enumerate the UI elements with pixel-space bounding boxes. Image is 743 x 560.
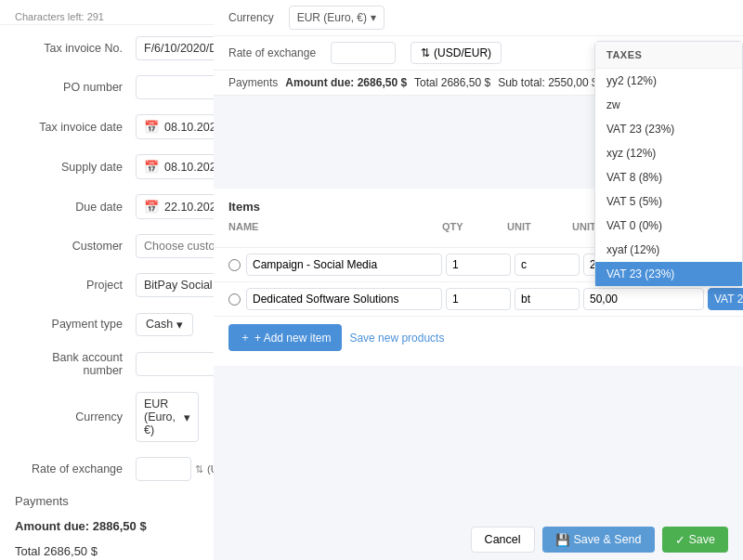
rate-row: Rate of exchange ⇅ (USD/EUR) <box>0 449 214 488</box>
add-item-button[interactable]: ＋ + Add new item <box>228 324 342 351</box>
chevron-down-icon: ▾ <box>176 318 183 332</box>
item-radio-2[interactable] <box>228 293 241 306</box>
project-label: Project <box>15 279 136 292</box>
unit-2[interactable] <box>515 288 580 310</box>
currency-select[interactable]: EUR (Euro, €) ▾ <box>136 392 199 442</box>
item-name-2[interactable] <box>246 288 442 310</box>
taxes-dropdown: TAXES yy2 (12%) zw VAT 23 (23%) xyz (12%… <box>594 41 743 287</box>
unit-1[interactable] <box>515 254 580 276</box>
bottom-actions: Cancel 💾 Save & Send ✓ Save <box>214 519 743 560</box>
payment-type-value: Cash <box>146 318 173 331</box>
payment-type-select[interactable]: Cash ▾ <box>136 313 193 336</box>
save-button[interactable]: ✓ Save <box>662 527 729 553</box>
item-name-1[interactable] <box>246 254 442 276</box>
save-icon: 💾 <box>555 533 570 547</box>
tax-date-row: Tax invoice date 📅 08.10.2020 <box>0 107 214 147</box>
usd-eur-icon: ⇅ <box>195 463 203 475</box>
tax-item-vat23-1[interactable]: VAT 23 (23%) <box>595 117 742 141</box>
payment-type-row: Payment type Cash ▾ <box>0 305 214 344</box>
qty-cell-2 <box>446 288 511 310</box>
currency-bar-label: Currency <box>228 11 274 24</box>
calendar-icon-2: 📅 <box>144 160 159 174</box>
cancel-button[interactable]: Cancel <box>471 527 535 553</box>
payments-bar-label: Payments <box>228 76 278 89</box>
actions-row: ＋ + Add new item Save new products <box>214 317 743 358</box>
customer-label: Customer <box>15 240 136 253</box>
amount-due-bar: Amount due: 2686,50 $ <box>285 76 407 89</box>
customer-row: Customer <box>0 227 214 266</box>
save-send-button[interactable]: 💾 Save & Send <box>542 527 655 553</box>
rate-bar-input[interactable] <box>331 42 396 64</box>
item-name-cell-1 <box>228 254 442 276</box>
chevron-down-icon-2: ▾ <box>184 410 190 424</box>
col-qty: QTY <box>442 221 507 243</box>
rate-bar-label: Rate of exchange <box>228 46 316 59</box>
tax-item-vat0[interactable]: VAT 0 (0%) <box>595 214 742 238</box>
sub-total-bar: Sub total: 2550,00 $ <box>498 76 597 89</box>
amount-due: Amount due: 2886,50 $ <box>15 519 147 533</box>
payments-summary: Payments Amount due: 2886,50 $ Total 268… <box>15 494 199 560</box>
tax-item-xyz[interactable]: xyz (12%) <box>595 141 742 165</box>
plus-icon-3: ＋ <box>240 330 251 345</box>
currency-label: Currency <box>15 410 136 423</box>
price-cell-2 <box>583 288 704 310</box>
supply-date-label: Supply date <box>15 161 136 174</box>
currency-bar: Currency EUR (Euro, €) ▾ <box>214 0 743 36</box>
tax-item-vat8[interactable]: VAT 8 (8%) <box>595 165 742 189</box>
price-2[interactable] <box>583 288 704 310</box>
rate-input[interactable] <box>136 457 191 481</box>
due-date-row: Due date 📅 22.10.2020 <box>0 187 214 227</box>
unit-cell-2 <box>515 288 580 310</box>
total-bar: Total 2686,50 $ <box>414 76 490 89</box>
unit-cell-1 <box>515 254 580 276</box>
tax-invoice-row: Tax invoice No. <box>0 29 214 68</box>
po-label: PO number <box>15 81 136 94</box>
tax-invoice-label: Tax invoice No. <box>15 42 136 55</box>
rate-label: Rate of exchange <box>15 462 136 475</box>
taxes-header: TAXES <box>595 42 742 69</box>
items-title: Items <box>228 200 260 214</box>
save-products-button[interactable]: Save new products <box>349 332 444 345</box>
col-name: NAME <box>228 221 442 243</box>
currency-row: Currency EUR (Euro, €) ▾ <box>0 384 214 449</box>
left-panel: Characters left: 291 Tax invoice No. PO … <box>0 0 214 560</box>
qty-1[interactable] <box>446 254 511 276</box>
page: Characters left: 291 Tax invoice No. PO … <box>0 0 743 560</box>
item-name-cell-2 <box>228 288 442 310</box>
calendar-icon: 📅 <box>144 120 159 134</box>
project-row: Project <box>0 266 214 305</box>
payment-type-label: Payment type <box>15 318 136 331</box>
currency-bar-value: EUR (Euro, €) <box>297 11 367 24</box>
bank-row: Bank account number <box>0 344 214 384</box>
vat-select-2[interactable]: VAT 23 (23%) ▾ <box>708 288 743 310</box>
main-area: Currency EUR (Euro, €) ▾ Rate of exchang… <box>214 0 743 560</box>
table-row-2: VAT 23 (23%) ▾ 61,50 $ <box>214 282 743 317</box>
payments-section: Payments Amount due: 2886,50 $ Total 268… <box>0 488 214 560</box>
item-radio-1[interactable] <box>228 259 241 271</box>
tax-item-yy2[interactable]: yy2 (12%) <box>595 69 742 93</box>
arrow-icon: ⇅ <box>421 46 430 59</box>
total: Total 2686,50 $ <box>15 544 98 558</box>
bank-label: Bank account number <box>15 351 136 377</box>
currency-value: EUR (Euro, €) <box>144 397 180 436</box>
qty-cell-1 <box>446 254 511 276</box>
due-date-label: Due date <box>15 201 136 214</box>
tax-item-zw[interactable]: zw <box>595 93 742 117</box>
tax-item-vat5[interactable]: VAT 5 (5%) <box>595 189 742 214</box>
tax-item-xyaf[interactable]: xyaf (12%) <box>595 238 742 262</box>
currency-bar-select[interactable]: EUR (Euro, €) ▾ <box>289 6 385 30</box>
check-icon: ✓ <box>675 533 685 547</box>
usd-btn[interactable]: ⇅ (USD/EUR) <box>411 42 502 64</box>
tax-date-label: Tax invoice date <box>15 121 136 134</box>
payments-label: Payments <box>15 494 69 508</box>
supply-date-row: Supply date 📅 08.10.2020 <box>0 147 214 187</box>
chars-left: Characters left: 291 <box>0 9 214 24</box>
vat-value-2: VAT 23 (23%) <box>714 293 743 306</box>
chevron-down-icon-3: ▾ <box>371 11 376 24</box>
tax-item-vat23-selected[interactable]: VAT 23 (23%) <box>595 262 742 286</box>
calendar-icon-3: 📅 <box>144 200 159 214</box>
qty-2[interactable] <box>446 288 511 310</box>
po-number-row: PO number <box>0 68 214 107</box>
col-unit: UNIT <box>507 221 572 243</box>
